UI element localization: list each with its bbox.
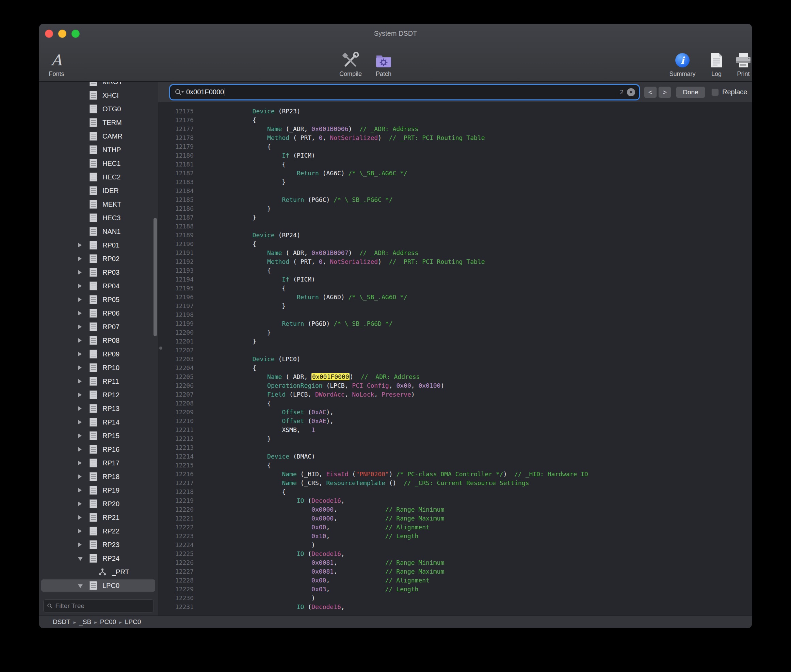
tree-item-rp02[interactable]: RP02 (39, 252, 158, 266)
tree-item-nan1[interactable]: NAN1 (39, 225, 158, 238)
code-line-12187[interactable]: 12187 } (158, 213, 752, 222)
code-line-12224[interactable]: 12224 ) (158, 541, 752, 549)
code-line-12220[interactable]: 12220 0x0000, // Range Minimum (158, 505, 752, 514)
tree-item-hec1[interactable]: HEC1 (39, 157, 158, 170)
disclosure-collapsed-icon[interactable] (78, 420, 81, 424)
code-line-12214[interactable]: 12214 Device (DMAC) (158, 452, 752, 461)
tree-item-rp17[interactable]: RP17 (39, 456, 158, 470)
disclosure-collapsed-icon[interactable] (78, 325, 81, 329)
code-line-12189[interactable]: 12189 Device (RP24) (158, 231, 752, 240)
code-line-12206[interactable]: 12206 OperationRegion (LPCB, PCI_Config,… (158, 381, 752, 390)
code-line-12178[interactable]: 12178 Method (_PRT, 0, NotSerialized) //… (158, 133, 752, 142)
code-line-12181[interactable]: 12181 { (158, 160, 752, 169)
code-line-12190[interactable]: 12190 { (158, 240, 752, 248)
code-line-12191[interactable]: 12191 Name (_ADR, 0x001B0007) // _ADR: A… (158, 248, 752, 258)
code-line-12231[interactable]: 12231 IO (Decode16, (158, 603, 752, 611)
disclosure-collapsed-icon[interactable] (78, 488, 81, 493)
code-line-12210[interactable]: 12210 Offset (0xAE), (158, 417, 752, 426)
breadcrumb-item-dsdt[interactable]: DSDT (53, 618, 70, 626)
filter-field[interactable] (43, 600, 154, 613)
tree-item-rp22[interactable]: RP22 (39, 524, 158, 538)
tree-item-ider[interactable]: IDER (39, 184, 158, 197)
code-line-12200[interactable]: 12200 } (158, 328, 752, 337)
compile-button[interactable]: Compile (333, 42, 368, 80)
code-line-12192[interactable]: 12192 Method (_PRT, 0, NotSerialized) //… (158, 258, 752, 266)
tree-item-rp09[interactable]: RP09 (39, 347, 158, 361)
code-line-12184[interactable]: 12184 (158, 187, 752, 195)
code-line-12177[interactable]: 12177 Name (_ADR, 0x001B0006) // _ADR: A… (158, 125, 752, 133)
tree-item-rp21[interactable]: RP21 (39, 510, 158, 524)
fonts-button[interactable]: A Fonts (42, 42, 71, 80)
log-button[interactable]: Log (705, 42, 729, 80)
code-line-12227[interactable]: 12227 0x0081, // Range Maximum (158, 567, 752, 576)
tree-item-rp03[interactable]: RP03 (39, 266, 158, 279)
tree-item-mrot[interactable]: MROT (39, 82, 158, 88)
code-line-12226[interactable]: 12226 0x0081, // Range Minimum (158, 558, 752, 567)
find-input[interactable]: 0x001F0000 2 × (171, 85, 639, 99)
tree-item-rp16[interactable]: RP16 (39, 443, 158, 456)
tree-item-rp12[interactable]: RP12 (39, 388, 158, 402)
code-line-12229[interactable]: 12229 0x03, // Length (158, 585, 752, 594)
code-line-12194[interactable]: 12194 If (PICM) (158, 275, 752, 284)
breadcrumb-item-pc00[interactable]: PC00 (100, 618, 117, 626)
tree-item-rp24[interactable]: RP24 (39, 552, 158, 565)
disclosure-expanded-icon[interactable] (78, 557, 83, 561)
code-line-12223[interactable]: 12223 0x10, // Length (158, 532, 752, 541)
tree-item-rp06[interactable]: RP06 (39, 306, 158, 320)
code-line-12198[interactable]: 12198 (158, 310, 752, 319)
code-line-12179[interactable]: 12179 { (158, 142, 752, 151)
disclosure-collapsed-icon[interactable] (78, 529, 81, 533)
clear-search-icon[interactable]: × (627, 88, 635, 96)
tree-item-_prt[interactable]: _PRT (39, 565, 158, 579)
code-line-12193[interactable]: 12193 { (158, 266, 752, 275)
code-line-12180[interactable]: 12180 If (PICM) (158, 151, 752, 160)
done-button[interactable]: Done (676, 86, 705, 98)
code-line-12222[interactable]: 12222 0x00, // Alignment (158, 523, 752, 532)
disclosure-collapsed-icon[interactable] (78, 338, 81, 343)
tree-item-otg0[interactable]: OTG0 (39, 102, 158, 116)
code-line-12212[interactable]: 12212 } (158, 434, 752, 443)
disclosure-collapsed-icon[interactable] (78, 447, 81, 452)
code-line-12195[interactable]: 12195 { (158, 284, 752, 293)
find-previous-button[interactable]: < (644, 86, 657, 98)
code-line-12196[interactable]: 12196 Return (AG6D) /* \_SB_.AG6D */ (158, 293, 752, 302)
code-line-12197[interactable]: 12197 } (158, 302, 752, 310)
disclosure-collapsed-icon[interactable] (78, 283, 81, 288)
disclosure-collapsed-icon[interactable] (78, 501, 81, 506)
tree-item-lpc0[interactable]: LPC0 (39, 579, 158, 592)
tree-item-rp10[interactable]: RP10 (39, 361, 158, 374)
tree-item-rp04[interactable]: RP04 (39, 279, 158, 293)
code-line-12175[interactable]: 12175 Device (RP23) (158, 107, 752, 116)
code-line-12202[interactable]: 12202 (158, 346, 752, 355)
tree-item-hec3[interactable]: HEC3 (39, 211, 158, 225)
splitter-dot[interactable] (159, 347, 162, 350)
code-line-12211[interactable]: 12211 XSMB, 1 (158, 426, 752, 434)
code-line-12201[interactable]: 12201 } (158, 337, 752, 346)
tree-item-rp07[interactable]: RP07 (39, 320, 158, 334)
code-line-12207[interactable]: 12207 Field (LPCB, DWordAcc, NoLock, Pre… (158, 390, 752, 399)
code-line-12228[interactable]: 12228 0x00, // Alignment (158, 576, 752, 585)
summary-button[interactable]: i Summary (665, 42, 700, 80)
tree-item-rp20[interactable]: RP20 (39, 497, 158, 510)
tree-item-rp19[interactable]: RP19 (39, 483, 158, 497)
disclosure-collapsed-icon[interactable] (78, 311, 81, 315)
disclosure-collapsed-icon[interactable] (78, 379, 81, 384)
code-line-12186[interactable]: 12186 } (158, 204, 752, 213)
code-editor[interactable]: 12175 Device (RP23)12176 {12177 Name (_A… (158, 103, 752, 616)
code-line-12208[interactable]: 12208 { (158, 399, 752, 408)
disclosure-collapsed-icon[interactable] (78, 256, 81, 261)
tree-item-rp01[interactable]: RP01 (39, 238, 158, 252)
breadcrumb-item-lpc0[interactable]: LPC0 (125, 618, 141, 626)
tree-item-rp05[interactable]: RP05 (39, 293, 158, 306)
tree-item-rp23[interactable]: RP23 (39, 538, 158, 552)
tree-item-xhci[interactable]: XHCI (39, 88, 158, 102)
code-line-12217[interactable]: 12217 Name (_CRS, ResourceTemplate () //… (158, 478, 752, 488)
code-line-12199[interactable]: 12199 Return (PG6D) /* \_SB_.PG6D */ (158, 319, 752, 328)
tree-item-rp14[interactable]: RP14 (39, 415, 158, 429)
disclosure-collapsed-icon[interactable] (78, 365, 81, 370)
disclosure-collapsed-icon[interactable] (78, 515, 81, 520)
find-next-button[interactable]: > (658, 86, 671, 98)
tree-item-rp13[interactable]: RP13 (39, 402, 158, 415)
tree-item-rp08[interactable]: RP08 (39, 334, 158, 347)
disclosure-collapsed-icon[interactable] (78, 270, 81, 275)
